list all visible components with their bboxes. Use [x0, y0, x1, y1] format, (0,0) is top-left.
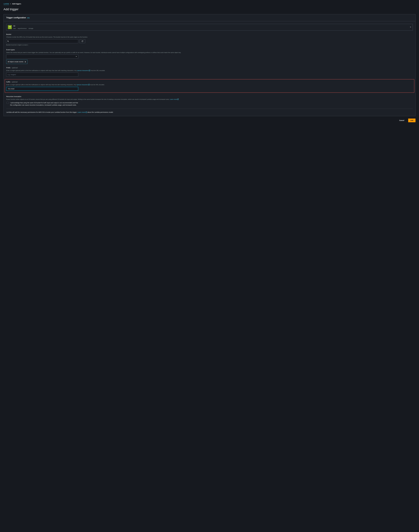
- bucket-search-wrap: [6, 39, 78, 43]
- info-link[interactable]: Info: [27, 17, 30, 19]
- bucket-hint: Bucket must be in region us-east-1: [6, 44, 413, 46]
- suffix-desc: Enter a single optional suffix to limit …: [6, 84, 413, 86]
- special-chars-link[interactable]: special characters: [77, 70, 90, 71]
- divider: [6, 109, 413, 109]
- recursive-field: Recursive invocation If your function wr…: [6, 95, 413, 106]
- page-title: Add trigger: [3, 7, 416, 12]
- trigger-config-panel: Trigger configuration Info S3 aws asynch…: [3, 14, 416, 116]
- suffix-input[interactable]: [6, 87, 78, 91]
- event-types-label: Event types: [6, 49, 413, 51]
- refresh-icon: [81, 40, 83, 42]
- search-icon: [7, 40, 9, 42]
- source-labels: S3 aws asynchronous storage: [13, 25, 408, 30]
- external-link-icon: [177, 99, 179, 100]
- recursive-desc: If your function writes objects to an S3…: [6, 98, 413, 101]
- source-tag: aws: [13, 28, 16, 29]
- prefix-desc: Enter a single optional prefix to limit …: [6, 69, 413, 72]
- panel-header: Trigger configuration Info: [4, 14, 415, 21]
- event-types-desc: Select the events that you want to have …: [6, 51, 413, 54]
- event-types-field: Event types Select the events that you w…: [6, 49, 413, 64]
- learn-more-link[interactable]: Learn more: [170, 99, 179, 100]
- bucket-field: Bucket Choose or enter the ARN of an S3 …: [6, 33, 413, 46]
- event-types-select[interactable]: [6, 55, 78, 59]
- prefix-field: Prefix - optional Enter a single optiona…: [6, 66, 413, 76]
- breadcrumb-current: Add triggers: [12, 3, 21, 5]
- prefix-label: Prefix - optional: [6, 66, 413, 69]
- bucket-desc: Choose or enter the ARN of an S3 bucket …: [6, 36, 413, 38]
- caret-down-icon: [410, 27, 411, 28]
- acknowledge-checkbox[interactable]: [7, 102, 8, 104]
- refresh-button[interactable]: [79, 39, 85, 43]
- s3-bucket-icon: [8, 25, 12, 29]
- acknowledge-label[interactable]: I acknowledge that using the same S3 buc…: [10, 102, 80, 106]
- recursive-label: Recursive invocation: [6, 95, 413, 98]
- suffix-label: Suffix - optional: [6, 81, 413, 83]
- external-link-icon: [86, 112, 87, 113]
- external-link-icon: [89, 70, 90, 71]
- bucket-label: Bucket: [6, 33, 413, 36]
- add-button[interactable]: Add: [408, 119, 416, 122]
- footer-actions: Cancel Add: [3, 119, 416, 122]
- permissions-note: Lambda will add the necessary permission…: [6, 111, 413, 114]
- trigger-source-select[interactable]: S3 aws asynchronous storage: [6, 24, 413, 31]
- learn-more-link[interactable]: Learn more: [78, 111, 87, 113]
- source-tag: storage: [28, 28, 33, 29]
- breadcrumb-root-link[interactable]: Lambda: [3, 3, 9, 5]
- breadcrumb: Lambda Add triggers: [3, 3, 416, 5]
- chip-remove-button[interactable]: [25, 61, 26, 63]
- suffix-field: Suffix - optional Enter a single optiona…: [5, 79, 414, 93]
- prefix-input[interactable]: [6, 73, 78, 76]
- panel-title: Trigger configuration: [6, 16, 26, 19]
- source-tag: asynchronous: [18, 28, 27, 29]
- cancel-button[interactable]: Cancel: [397, 119, 406, 122]
- chevron-right-icon: [10, 3, 11, 4]
- svg-point-0: [7, 40, 8, 41]
- source-tags: aws asynchronous storage: [13, 27, 408, 30]
- event-type-chip: All object create events: [6, 60, 27, 64]
- bucket-input[interactable]: [6, 39, 78, 43]
- chip-label: All object create events: [8, 61, 24, 63]
- special-chars-link[interactable]: special characters: [77, 84, 90, 86]
- external-link-icon: [88, 84, 90, 85]
- source-title: S3: [13, 25, 408, 27]
